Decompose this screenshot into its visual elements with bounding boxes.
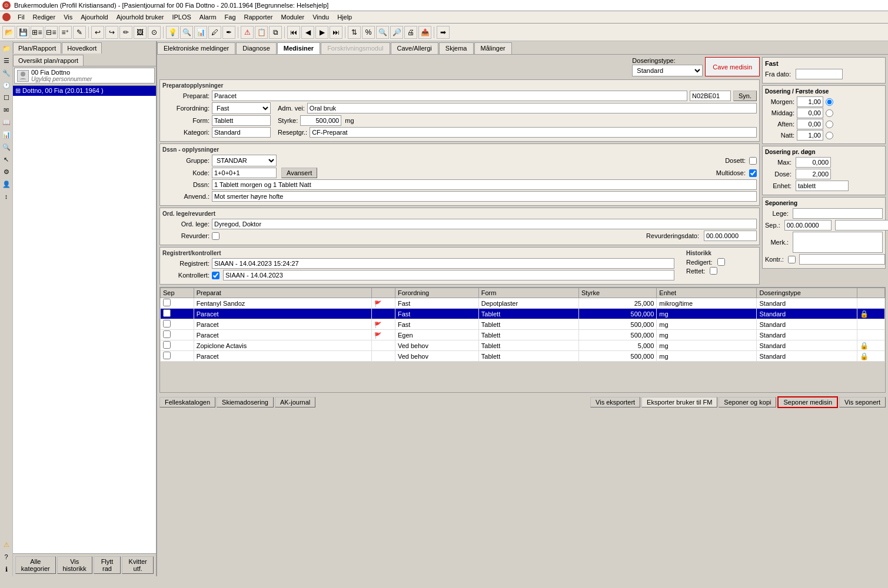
kategori-input[interactable] <box>212 127 271 138</box>
sidebar-icon-lens[interactable]: 🔍 <box>1 141 12 153</box>
sidebar-icon-box[interactable]: ☐ <box>1 92 12 103</box>
rettet-checkbox[interactable] <box>710 267 717 275</box>
toolbar-pencil2[interactable]: ✒ <box>222 26 235 39</box>
natt-radio[interactable] <box>826 132 833 139</box>
toolbar-search[interactable]: 🔍 <box>180 26 193 39</box>
kvitter-utf-button[interactable]: Kvitter utf. <box>122 556 154 574</box>
tab-medisiner[interactable]: Medisiner <box>277 42 320 54</box>
menu-rediger[interactable]: Rediger <box>29 12 59 22</box>
menu-iplos[interactable]: IPLOS <box>168 12 194 22</box>
alle-kategorier-button[interactable]: Alle kategorier <box>15 556 56 574</box>
toolbar-pen[interactable]: 🖊 <box>208 26 221 39</box>
toolbar-percent[interactable]: % <box>362 26 375 39</box>
gruppe-select[interactable]: STANDAR <box>212 155 277 166</box>
toolbar-zoom-in[interactable]: 🔍 <box>376 26 389 39</box>
sidebar-icon-folder[interactable]: 📁 <box>1 42 12 54</box>
avansert-button[interactable]: Avansert <box>281 168 317 178</box>
middag-radio[interactable] <box>826 109 833 117</box>
sep-check-2[interactable] <box>163 309 171 317</box>
tab-plan-rapport[interactable]: Plan/Rapport <box>13 42 61 54</box>
dose-input[interactable] <box>796 169 831 179</box>
sidebar-icon-cursor[interactable]: ↖ <box>1 153 12 165</box>
seponer-medisin-button[interactable]: Seponer medisin <box>777 396 838 408</box>
tab-skjema[interactable]: Skjema <box>439 42 474 54</box>
eksporter-bruker-button[interactable]: Eksporter bruker til FM <box>641 397 717 407</box>
toolbar-btn4[interactable]: ✎ <box>73 26 86 39</box>
registrert-input[interactable] <box>212 258 674 269</box>
menu-fag[interactable]: Fag <box>221 12 240 22</box>
tab-oversikt[interactable]: Oversikt plan/rapport <box>13 55 84 66</box>
toolbar-bulb[interactable]: 💡 <box>166 26 179 39</box>
vis-historikk-button[interactable]: Vis historikk <box>57 556 92 574</box>
toolbar-sort[interactable]: ⇅ <box>348 26 361 39</box>
sep-check-6[interactable] <box>163 352 171 359</box>
revurder-checkbox[interactable] <box>212 232 219 240</box>
patient-list-item[interactable]: ⊞ Dottno, 00 Fia (20.01.1964 ) <box>13 86 156 96</box>
table-row[interactable]: Paracet 🚩 Egen Tablett 500,000 mg Standa… <box>161 330 885 340</box>
skiemadosering-button[interactable]: Skiemadosering <box>217 397 274 407</box>
toolbar-save[interactable]: 💾 <box>16 26 29 39</box>
form-input[interactable] <box>212 115 271 126</box>
enhet-input[interactable] <box>796 181 849 191</box>
toolbar-export[interactable]: 📤 <box>418 26 431 39</box>
menu-alarm[interactable]: Alarm <box>196 12 220 22</box>
vis-seponert-button[interactable]: Vis seponert <box>839 397 886 407</box>
natt-input[interactable] <box>797 130 823 141</box>
resept-input[interactable] <box>310 127 757 138</box>
menu-vis[interactable]: Vis <box>60 12 76 22</box>
preparat-input[interactable] <box>212 91 687 101</box>
sidebar-icon-profile[interactable]: 👤 <box>1 178 12 190</box>
sidebar-icon-gear[interactable]: ⚙ <box>1 166 12 178</box>
tab-cave-allergi[interactable]: Cave/Allergi <box>391 42 438 54</box>
toolbar-arrow[interactable]: ➡ <box>437 26 450 39</box>
sep-check-4[interactable] <box>163 330 171 338</box>
toolbar-last[interactable]: ⏭ <box>330 26 342 39</box>
aften-radio[interactable] <box>826 121 833 128</box>
table-row[interactable]: Paracet Fast Tablett 500,000 mg Standard… <box>161 309 885 319</box>
sep-check-1[interactable] <box>163 299 171 306</box>
table-row[interactable]: Paracet Ved behov Tablett 500,000 mg Sta… <box>161 351 885 362</box>
toolbar-prev[interactable]: ◀ <box>301 26 314 39</box>
menu-ajourhold-bruker[interactable]: Ajourhold bruker <box>113 12 168 22</box>
tab-diagnose[interactable]: Diagnose <box>236 42 276 54</box>
kode-input[interactable] <box>212 168 277 178</box>
middag-input[interactable] <box>797 108 823 118</box>
multidose-checkbox[interactable] <box>749 169 757 177</box>
sidebar-icon-arrow2[interactable]: ↕ <box>1 191 12 202</box>
syn-button[interactable]: Syn. <box>733 91 757 101</box>
anvend-input[interactable] <box>212 191 757 202</box>
sep-input[interactable] <box>784 220 832 230</box>
table-row[interactable]: Zopiclone Actavis Ved behov Tablett 5,00… <box>161 340 885 351</box>
toolbar-play[interactable]: ▶ <box>315 26 328 39</box>
morgen-radio[interactable] <box>826 98 833 106</box>
toolbar-redo[interactable]: ↪ <box>105 26 118 39</box>
menu-hjelp[interactable]: Hjelp <box>334 12 355 22</box>
sidebar-icon-book[interactable]: 📖 <box>1 116 12 128</box>
felleskatalogen-button[interactable]: Felleskatalogen <box>159 397 215 407</box>
tab-hovedkort[interactable]: Hovedkort <box>62 42 102 54</box>
patient-list[interactable]: ⊞ Dottno, 00 Fia (20.01.1964 ) <box>13 86 156 553</box>
sep-check-5[interactable] <box>163 341 171 349</box>
toolbar-btn3[interactable]: ≡⁺ <box>59 26 72 39</box>
merk-textarea[interactable] <box>793 232 883 253</box>
toolbar-zoom-out[interactable]: 🔎 <box>390 26 403 39</box>
menu-ajourhold[interactable]: Ajourhold <box>77 12 111 22</box>
menu-fil[interactable]: Fil <box>14 12 28 22</box>
styrke-input[interactable] <box>300 115 341 126</box>
sidebar-icon-mail[interactable]: ✉ <box>1 104 12 116</box>
sidebar-icon-clock[interactable]: 🕐 <box>1 79 12 91</box>
menu-vindu[interactable]: Vindu <box>309 12 332 22</box>
toolbar-doc[interactable]: 📋 <box>255 26 268 39</box>
tab-malinger[interactable]: Målinger <box>474 42 512 54</box>
adm-vei-input[interactable] <box>307 103 757 113</box>
table-row[interactable]: Fentanyl Sandoz 🚩 Fast Depotplaster 25,0… <box>161 298 885 309</box>
vis-eksportert-button[interactable]: Vis eksportert <box>590 397 640 407</box>
sep-lege-input[interactable] <box>793 208 883 219</box>
menu-rapporter[interactable]: Rapporter <box>241 12 277 22</box>
dssn-input[interactable] <box>212 179 757 190</box>
fra-dato-input[interactable]: 28.03.2023 <box>796 69 843 79</box>
toolbar-first[interactable]: ⏮ <box>287 26 300 39</box>
ord-lege-input[interactable] <box>212 219 757 229</box>
toolbar-btn2[interactable]: ⊟≡ <box>45 26 58 39</box>
dosett-checkbox[interactable] <box>749 157 757 165</box>
